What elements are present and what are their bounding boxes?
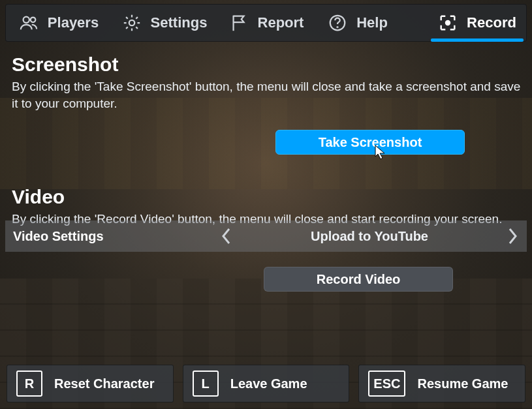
key-r: R [16, 371, 42, 397]
key-esc: ESC [368, 371, 405, 397]
resume-game-label: Resume Game [417, 376, 508, 391]
svg-point-4 [337, 27, 338, 27]
tab-players[interactable]: Players [6, 5, 112, 41]
take-screenshot-button[interactable]: Take Screenshot [275, 130, 465, 155]
svg-point-2 [129, 20, 134, 25]
gear-icon [122, 13, 142, 33]
record-video-button[interactable]: Record Video [264, 267, 453, 292]
svg-point-5 [445, 20, 450, 25]
tab-help-label: Help [356, 14, 388, 31]
chevron-right-icon[interactable] [499, 220, 526, 252]
menu-tabbar: Players Settings Report [5, 4, 527, 42]
svg-point-1 [31, 18, 36, 23]
video-settings-row: Video Settings Upload to YouTube [5, 220, 527, 252]
tab-help[interactable]: Help [315, 5, 400, 41]
tab-record[interactable]: Record [428, 5, 526, 41]
tab-report[interactable]: Report [217, 5, 315, 41]
tab-players-label: Players [48, 14, 99, 31]
video-settings-selector: Upload to YouTube [213, 220, 526, 252]
record-panel: Screenshot By clicking the 'Take Screens… [12, 53, 525, 228]
reset-character-button[interactable]: R Reset Character [7, 365, 174, 402]
tab-record-label: Record [467, 14, 516, 31]
record-icon [438, 13, 458, 33]
help-icon [328, 13, 347, 33]
players-icon [19, 13, 39, 33]
screenshot-description: By clicking the 'Take Screenshot' button… [12, 78, 525, 112]
video-settings-value: Upload to YouTube [311, 229, 428, 244]
video-heading: Video [12, 186, 525, 208]
resume-game-button[interactable]: ESC Resume Game [358, 365, 525, 402]
tab-settings[interactable]: Settings [112, 5, 217, 41]
key-l: L [193, 371, 219, 397]
footer-bar: R Reset Character L Leave Game ESC Resum… [7, 365, 525, 402]
svg-point-0 [23, 17, 29, 23]
tab-settings-label: Settings [151, 14, 208, 31]
chevron-left-icon[interactable] [213, 220, 240, 252]
video-settings-label: Video Settings [5, 229, 104, 244]
leave-game-button[interactable]: L Leave Game [183, 365, 350, 402]
leave-game-label: Leave Game [230, 376, 307, 391]
reset-character-label: Reset Character [54, 376, 154, 391]
flag-icon [229, 13, 249, 33]
tab-report-label: Report [258, 14, 304, 31]
screenshot-heading: Screenshot [12, 53, 525, 76]
